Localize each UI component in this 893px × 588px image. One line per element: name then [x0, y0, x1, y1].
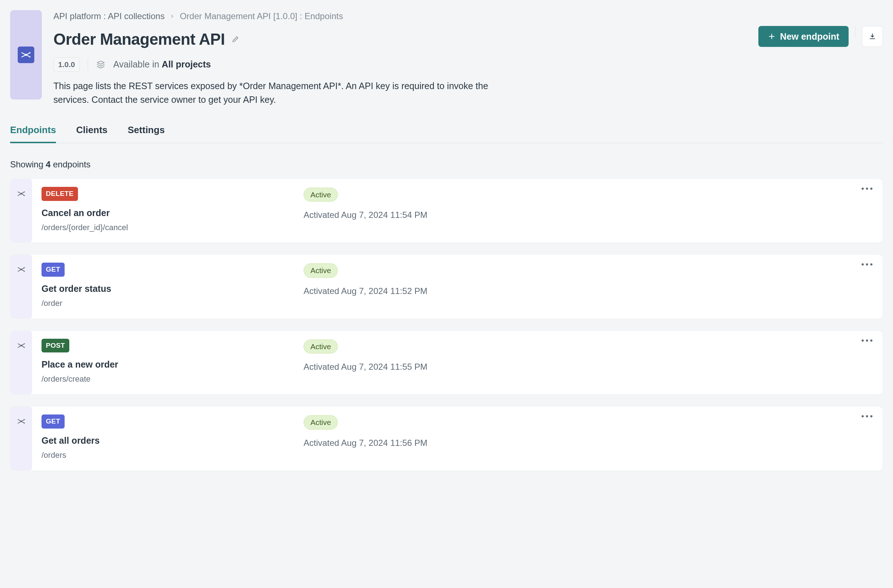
http-method-badge: DELETE [42, 187, 78, 201]
api-collection-hero-icon [10, 10, 42, 100]
flow-icon [17, 341, 26, 354]
projects-icon [96, 60, 105, 69]
download-button[interactable] [862, 26, 883, 47]
count-value: 4 [46, 159, 51, 169]
more-actions-button[interactable] [861, 262, 873, 266]
http-method-badge: POST [42, 339, 69, 353]
flow-icon [17, 265, 26, 278]
endpoint-path: /order [42, 298, 294, 309]
endpoint-card[interactable]: GETGet all orders/ordersActiveActivated … [10, 406, 883, 470]
activated-timestamp: Activated Aug 7, 2024 11:55 PM [304, 361, 873, 373]
tabs: EndpointsClientsSettings [10, 123, 883, 143]
tab-settings[interactable]: Settings [128, 123, 165, 143]
http-method-badge: GET [42, 262, 65, 277]
flow-icon [17, 417, 26, 429]
endpoint-card[interactable]: GETGet order status/orderActiveActivated… [10, 254, 883, 318]
svg-point-3 [866, 188, 868, 190]
endpoint-type-icon [11, 255, 32, 318]
endpoint-count: Showing 4 endpoints [10, 158, 883, 171]
endpoint-type-icon [11, 406, 32, 470]
endpoint-type-icon [11, 331, 32, 394]
http-method-badge: GET [42, 414, 65, 429]
status-badge: Active [304, 263, 338, 278]
endpoint-type-icon [11, 179, 32, 242]
breadcrumb-root[interactable]: API platform : API collections [53, 10, 165, 22]
endpoint-card[interactable]: POSTPlace a new order/orders/createActiv… [10, 330, 883, 394]
availability-prefix: Available in [113, 59, 159, 69]
endpoint-path: /orders [42, 450, 294, 461]
api-description: This page lists the REST services expose… [53, 79, 516, 107]
svg-point-4 [870, 188, 872, 190]
endpoint-title: Place a new order [42, 358, 294, 371]
svg-point-8 [870, 263, 872, 266]
tab-endpoints[interactable]: Endpoints [10, 123, 56, 143]
more-actions-button[interactable] [861, 187, 873, 190]
status-badge: Active [304, 415, 338, 429]
version-badge: 1.0.0 [53, 57, 80, 71]
endpoint-title: Get order status [42, 282, 294, 295]
svg-point-2 [861, 188, 864, 190]
activated-timestamp: Activated Aug 7, 2024 11:54 PM [304, 209, 873, 221]
availability-scope: All projects [162, 59, 211, 69]
svg-point-12 [870, 339, 872, 342]
status-badge: Active [304, 339, 338, 354]
count-prefix: Showing [10, 159, 43, 169]
svg-point-11 [866, 339, 868, 342]
svg-point-15 [866, 415, 868, 417]
chevron-right-icon [170, 14, 175, 19]
endpoint-path: /orders/create [42, 374, 294, 385]
count-suffix: endpoints [53, 159, 90, 169]
endpoint-title: Cancel an order [42, 207, 294, 219]
edit-title-button[interactable] [232, 34, 240, 43]
breadcrumb-current: Order Management API [1.0.0] : Endpoints [180, 10, 343, 22]
more-actions-button[interactable] [861, 414, 873, 418]
flow-icon [17, 189, 26, 202]
flow-icon [21, 50, 32, 60]
new-endpoint-label: New endpoint [780, 32, 839, 42]
activated-timestamp: Activated Aug 7, 2024 11:56 PM [304, 437, 873, 449]
breadcrumb: API platform : API collections Order Man… [53, 10, 747, 22]
divider [88, 59, 88, 70]
endpoint-card[interactable]: DELETECancel an order/orders/{order_id}/… [10, 178, 883, 243]
page-title: Order Management API [53, 28, 225, 51]
plus-icon [768, 33, 776, 40]
status-badge: Active [304, 188, 338, 202]
endpoint-path: /orders/{order_id}/cancel [42, 222, 294, 233]
activated-timestamp: Activated Aug 7, 2024 11:52 PM [304, 285, 873, 297]
svg-point-14 [861, 415, 864, 417]
endpoint-title: Get all orders [42, 434, 294, 447]
svg-point-16 [870, 415, 872, 417]
more-actions-button[interactable] [861, 339, 873, 342]
svg-point-6 [861, 263, 864, 266]
svg-point-10 [861, 339, 864, 342]
new-endpoint-button[interactable]: New endpoint [758, 26, 849, 47]
tab-clients[interactable]: Clients [76, 123, 108, 143]
svg-point-7 [866, 263, 868, 266]
download-icon [869, 33, 876, 40]
divider [855, 26, 855, 38]
